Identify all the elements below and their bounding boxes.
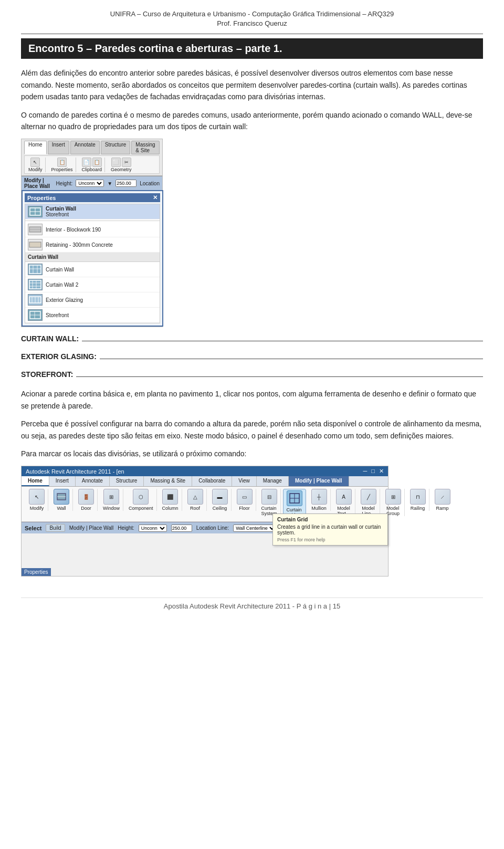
wall-type-interior-blockwork[interactable]: Interior - Blockwork 190 (25, 222, 160, 237)
revit2-properties-bar: Properties (22, 568, 51, 576)
placebar-modify-label2: Modify | Place Wall (69, 525, 113, 531)
revit2-tab-home[interactable]: Home (22, 476, 49, 486)
ribbon2-group-wall: Wall (50, 489, 73, 511)
ribbon2-wall-label: Wall (57, 506, 66, 511)
tab-massing[interactable]: Massing & Site (131, 141, 160, 154)
svg-rect-5 (29, 242, 41, 247)
footer-text: Apostila Autodesk Revit Architecture 201… (164, 602, 340, 610)
height-input2[interactable] (171, 525, 192, 532)
ribbon2-ceiling-icons: ▬ (212, 489, 228, 505)
properties-header-1: Properties ✕ (25, 193, 160, 202)
paste-icon[interactable]: 📋 (92, 158, 102, 167)
revit2-tab-annotate[interactable]: Annotate (76, 476, 110, 486)
ribbon2-group-door: 🚪 Door (75, 489, 98, 511)
properties-icon[interactable]: 📋 (57, 158, 67, 167)
curtain-grid-icon[interactable] (287, 490, 302, 506)
roof-icon[interactable]: △ (187, 489, 203, 505)
header-line1: UNIFRA – Curso de Arquitetura e Urbanism… (21, 9, 483, 19)
wt-curtainwall-storefront-label: Curtain Wall (46, 206, 76, 212)
revit2-tab-massing[interactable]: Massing & Site (144, 476, 192, 486)
wt-cw1-label: Curtain Wall (46, 267, 74, 272)
ribbon2-group-column: ⬛ Column (159, 489, 182, 511)
curtain-wall-group-label: Curtain Wall (25, 253, 160, 262)
tab-annotate[interactable]: Annotate (70, 141, 100, 154)
ramp-icon[interactable]: ⟋ (435, 489, 450, 505)
wall-type-curtainwall2[interactable]: Curtain Wall 2 (25, 277, 160, 292)
ribbon2-column-icons: ⬛ (162, 489, 178, 505)
tab-insert[interactable]: Insert (48, 141, 69, 154)
paragraph-3: Acionar a parede cortina básica e, em pl… (21, 388, 483, 412)
modify2-icon[interactable]: ↖ (29, 489, 45, 505)
ribbon2-mg-label: ModelGroup (386, 506, 400, 516)
wall-type-storefront2[interactable]: Storefront (25, 308, 160, 323)
wall-icon-cw1 (28, 264, 43, 275)
model-line-icon[interactable]: ╱ (361, 489, 376, 505)
revit2-tab-modify-wall[interactable]: Modify | Place Wall (289, 476, 349, 486)
storefront-fill-line (76, 376, 483, 377)
revit-tabs-1: Home Insert Annotate Structure Massing &… (24, 141, 160, 154)
wall-type-exterior-glazing[interactable]: Exterior Glazing (25, 292, 160, 308)
wt-cw2-label: Curtain Wall 2 (46, 282, 78, 288)
revit-ribbon-1: ↖ Modify 📋 Properties 📄 📋 (24, 155, 160, 174)
revit-window-2: Autodesk Revit Architecture 2011 - [en ─… (21, 466, 388, 577)
exterior-glasing-label: EXTERIOR GLASING: (21, 352, 97, 361)
ribbon-icons-properties: 📋 (57, 158, 67, 167)
revit2-tab-insert[interactable]: Insert (49, 476, 76, 486)
ribbon2-modify-label: Modify (30, 506, 44, 511)
wall2-icon[interactable] (54, 489, 69, 505)
ribbon2-roof-icons: △ (187, 489, 203, 505)
revit2-tab-view[interactable]: View (232, 476, 257, 486)
model-text-icon[interactable]: A (336, 489, 352, 505)
revit2-tab-manage[interactable]: Manage (257, 476, 289, 486)
curtain-system-icon[interactable]: ⊟ (261, 489, 277, 505)
revit-toolbar-1: Home Insert Annotate Structure Massing &… (22, 139, 162, 176)
ribbon2-railing-label: Railing (411, 506, 425, 511)
close-icon[interactable]: ✕ (379, 468, 384, 475)
properties-panel-1: Properties ✕ Cur (22, 190, 163, 327)
modify-icon[interactable]: ↖ (30, 158, 40, 167)
ribbon2-mullion-label: Mullion (311, 506, 327, 511)
wall-type-curtainwall1[interactable]: Curtain Wall (25, 262, 160, 277)
tab-home[interactable]: Home (24, 141, 47, 154)
wt-storefront-sub: Storefront (46, 212, 76, 217)
ribbon-group-properties: 📋 Properties (49, 158, 76, 172)
floor-icon[interactable]: ▭ (237, 489, 253, 505)
wall-type-storefront[interactable]: Curtain Wall Storefront (25, 204, 160, 219)
ribbon2-ramp-icons: ⟋ (435, 489, 450, 505)
column-icon[interactable]: ⬛ (162, 489, 178, 505)
component-icon[interactable]: ⬡ (133, 489, 149, 505)
tooltip-title: Curtain Grid (277, 517, 383, 522)
revit2-tab-structure[interactable]: Structure (110, 476, 144, 486)
tab-structure[interactable]: Structure (101, 141, 131, 154)
geometry-icon[interactable]: ⬜ (111, 158, 121, 167)
geometry2-icon[interactable]: ✂ (122, 158, 131, 167)
revit-window-1: Home Insert Annotate Structure Massing &… (21, 139, 163, 327)
mullion-icon[interactable]: ┼ (311, 489, 327, 505)
height-select2[interactable]: Unconn (139, 525, 167, 532)
window-icon[interactable]: ⊞ (103, 489, 119, 505)
revit2-titlebar: Autodesk Revit Architecture 2011 - [en ─… (22, 466, 388, 476)
properties-close-button[interactable]: ✕ (153, 194, 158, 201)
ribbon2-mg-icons: ⊞ (385, 489, 401, 505)
ribbon2-component-label: Component (129, 506, 153, 511)
ceiling-icon[interactable]: ▬ (212, 489, 228, 505)
ribbon-group-modify: ↖ Modify (26, 158, 46, 172)
revit2-tab-collaborate[interactable]: Collaborate (192, 476, 232, 486)
exterior-glasing-label-line: EXTERIOR GLASING: (21, 352, 483, 361)
minimize-icon[interactable]: ─ (363, 468, 368, 475)
wall-type-retaining[interactable]: Retaining - 300mm Concrete (25, 237, 160, 253)
height-select[interactable]: Unconn (76, 180, 104, 187)
railing-icon[interactable]: ⊓ (410, 489, 426, 505)
ribbon2-floor-icons: ▭ (237, 489, 253, 505)
clipboard-icon[interactable]: 📄 (82, 158, 91, 167)
ribbon2-door-icons: 🚪 (78, 489, 94, 505)
model-group-icon[interactable]: ⊞ (385, 489, 401, 505)
paragraph-5: Para marcar os locais das divisórias, se… (21, 448, 483, 459)
maximize-icon[interactable]: □ (371, 468, 375, 475)
door-icon[interactable]: 🚪 (78, 489, 94, 505)
ribbon2-ceiling-label: Ceiling (213, 506, 227, 511)
ribbon2-group-model-line: ╱ ModelLine (358, 489, 380, 516)
height-input[interactable] (116, 180, 136, 187)
ribbon2-door-label: Door (81, 506, 91, 511)
location-select[interactable]: Wall Centerline (233, 525, 277, 532)
